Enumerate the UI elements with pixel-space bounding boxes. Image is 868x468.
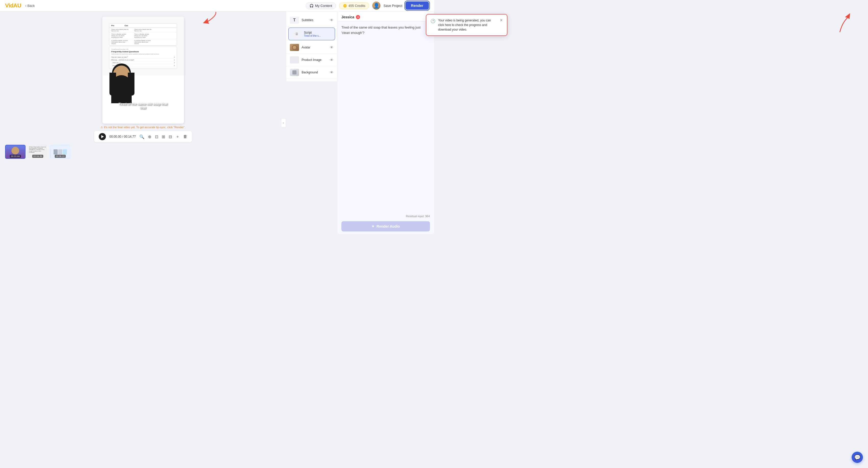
- residual-input-display: Residual input: 964: [337, 213, 434, 219]
- table-header: Pro Con: [109, 24, 177, 28]
- timeline-thumb-1[interactable]: 00:03.66: [5, 145, 26, 159]
- background-visibility-toggle[interactable]: 👁: [330, 70, 334, 74]
- timeline-thumb-2[interactable]: H5 Part 2: Step Guidance How to Get Good…: [28, 145, 48, 159]
- subtitle-overlay: Tired of the same old soap that that: [106, 102, 180, 110]
- script-text-area: Tired of the same old soap that leaves y…: [337, 22, 434, 213]
- script-label: Script: [304, 31, 321, 34]
- timeline: 00:03.66 H5 Part 2: Step Guidance How to…: [0, 145, 75, 159]
- avatar-visibility-toggle[interactable]: 👁: [330, 45, 334, 49]
- thumb-time-1: 00:03.66: [10, 155, 21, 158]
- panel-header: Jessica ✕: [337, 11, 434, 22]
- center-area: Pro Con Share some details here for Serv…: [0, 11, 286, 234]
- logo: VidAU: [5, 2, 21, 9]
- credits-button[interactable]: 🪙 455 Credits: [339, 2, 369, 9]
- avatar-figure: [107, 62, 135, 103]
- collapse-sidebar-button[interactable]: ›: [281, 118, 286, 128]
- delete-button[interactable]: 🗑: [183, 134, 187, 139]
- sidebar-right: T Subtitles 👁 ☰ Script Tired of the s...: [286, 11, 337, 81]
- save-project-button[interactable]: Save Project: [383, 4, 402, 8]
- avatar-label: Avatar: [302, 46, 310, 49]
- play-icon: [101, 135, 104, 138]
- sidebar-item-avatar[interactable]: Avatar 👁: [286, 41, 337, 54]
- faq-item: What pay... methods do you accept?∨: [111, 59, 175, 61]
- sidebar-item-background[interactable]: Background 👁: [286, 66, 337, 79]
- sidebar-item-subtitles[interactable]: T Subtitles 👁: [286, 14, 337, 27]
- render-button[interactable]: Render: [405, 2, 429, 10]
- back-button[interactable]: ‹ Back: [25, 4, 35, 8]
- notification-popup[interactable]: 🕐 Your video is being generated, you can…: [426, 14, 434, 36]
- playback-controls: 00:00.00 / 00:14.77 🔍 ⊕ ⊡ ⊞ ⊟ ＋ 🗑: [94, 131, 192, 142]
- align-button[interactable]: ⊟: [169, 134, 172, 139]
- sidebar-item-script[interactable]: ☰ Script Tired of the s...: [288, 28, 335, 40]
- script-preview: Tired of the s...: [304, 34, 321, 37]
- product-image-visibility-toggle[interactable]: 👁: [330, 58, 334, 62]
- slide-table: Pro Con Share some details here for Serv…: [109, 24, 177, 46]
- timeline-thumb-3[interactable]: 00:06.22: [50, 145, 70, 159]
- play-button[interactable]: [99, 133, 106, 140]
- background-label: Background: [302, 71, 318, 74]
- thumb-time-2: 00:04.89: [32, 155, 43, 158]
- fit-button[interactable]: ⊡: [155, 134, 158, 139]
- scene-label: Jessica ✕: [341, 15, 430, 19]
- subtitles-visibility-toggle[interactable]: 👁: [330, 18, 334, 22]
- warning-message: ⚠ It's not the final video yet, To get a…: [100, 126, 185, 129]
- faq-item: How can I place an order?∨: [111, 56, 175, 59]
- zoom-in-button[interactable]: ⊕: [148, 134, 151, 139]
- coin-icon: 🪙: [343, 4, 347, 8]
- subtitles-thumb: T: [290, 16, 299, 24]
- sidebar-item-product-image[interactable]: Product Image 👁: [286, 54, 337, 66]
- header-right: 🎧 My Content 🪙 455 Credits 👤 Save Projec…: [306, 2, 429, 10]
- header-left: VidAU ‹ Back: [5, 2, 35, 9]
- add-button[interactable]: ＋: [176, 134, 180, 139]
- avatar-body: [111, 75, 132, 103]
- sidebar-container: › T Subtitles 👁 ☰ Scri: [286, 11, 337, 234]
- my-content-button[interactable]: 🎧 My Content: [306, 2, 336, 9]
- table-row: It could be details or some information …: [109, 39, 177, 45]
- time-display: 00:00.00 / 00:14.77: [110, 135, 136, 138]
- avatar-thumb: [290, 44, 299, 51]
- script-thumb: ☰: [292, 30, 301, 37]
- zoom-out-button[interactable]: 🔍: [139, 134, 145, 139]
- main-layout: Pro Con Share some details here for Serv…: [0, 11, 434, 234]
- scene-close-button[interactable]: ✕: [356, 15, 360, 19]
- product-image-thumb: [290, 56, 299, 64]
- subtitles-label: Subtitles: [302, 19, 313, 22]
- clock-icon: 🕐: [430, 19, 434, 24]
- video-player[interactable]: Pro Con Share some details here for Serv…: [102, 16, 184, 124]
- user-avatar[interactable]: 👤: [372, 2, 380, 10]
- background-thumb: [290, 69, 299, 76]
- thumb-time-3: 00:06.22: [55, 155, 66, 158]
- script-content: Tired of the same old soap that leaves y…: [341, 25, 430, 36]
- table-row: Share some details here for Service one.…: [109, 28, 177, 33]
- render-audio-button[interactable]: ✦ Render Audio: [341, 221, 430, 231]
- table-row: This is a flexible section where you can…: [109, 33, 177, 39]
- sparkle-icon: ✦: [371, 224, 375, 228]
- headphone-icon: 🎧: [309, 4, 314, 8]
- split-button[interactable]: ⊞: [162, 134, 165, 139]
- product-image-label: Product Image: [302, 58, 321, 62]
- header: VidAU ‹ Back 🎧 My Content 🪙 455 Credits …: [0, 0, 434, 11]
- right-panel: Jessica ✕ Tired of the same old soap tha…: [337, 11, 434, 234]
